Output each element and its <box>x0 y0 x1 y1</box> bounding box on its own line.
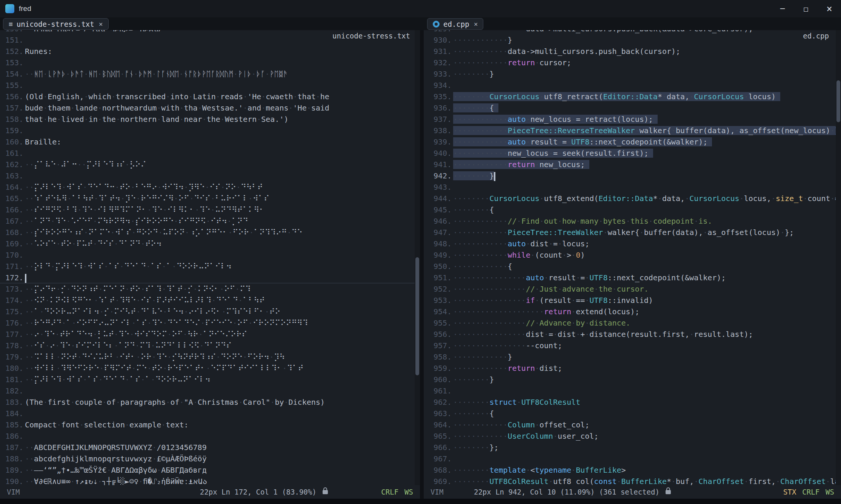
code-line[interactable]: 165.··⠱⠁⠞⠑⠧⠻·⠁⠃⠳⠞·⠹⠁⠞⠲·⡹⠑·⠗⠑⠛⠊⠌⠻·⠕⠋·⠙⠊⠎·… <box>0 193 420 204</box>
code-line[interactable]: 169.··⠡⠕⠎⠑·⠞⠕·⠏⠥⠞·⠙⠊⠎·⠙⠁⠝⠙·⠞⠕⠲ <box>0 238 420 249</box>
code-line[interactable]: 940.············new_locus·=·seek(result.… <box>424 148 841 159</box>
code-line[interactable]: 942.········} <box>424 170 841 181</box>
code-line[interactable]: 950.············{ <box>424 261 841 272</box>
code-line[interactable]: 939.············auto·result·=·UTF8::next… <box>424 136 841 148</box>
code-line[interactable]: 158.that·he·lived·in·the·northern·land·n… <box>0 114 420 125</box>
code-line[interactable]: 956.················dist·=·dist·+·distan… <box>424 329 841 340</box>
code-line[interactable]: 933.········} <box>424 68 841 80</box>
code-line[interactable]: 174.··⠪⠝·⠅⠝⠪⠇⠫⠛⠑⠂·⠱⠁⠞·⠹⠻⠑·⠊⠎·⠏⠜⠞⠊⠊⠥⠇⠜⠇⠹·… <box>0 295 420 306</box>
eol-indicator[interactable]: CRLF <box>381 488 398 496</box>
code-line[interactable]: 187.··ABCDEFGHIJKLMNOPQRSTUVWXYZ·/012345… <box>0 442 420 453</box>
code-line[interactable]: 161. <box>0 148 420 159</box>
code-line[interactable]: 160.Braille: <box>0 136 420 148</box>
code-line[interactable]: 954.····················return·extend(lo… <box>424 306 841 317</box>
code-line[interactable]: 153. <box>0 57 420 68</box>
code-line[interactable]: 152.Runes: <box>0 46 420 57</box>
code-line[interactable]: 172. <box>0 272 420 283</box>
code-line[interactable]: 170. <box>0 249 420 261</box>
tab-unicode-stress-txt[interactable]: ≡ unicode-stress.txt × <box>3 18 109 30</box>
eol-indicator[interactable]: CRLF <box>802 488 819 496</box>
code-line[interactable]: 948.············auto·dist·=·locus; <box>424 238 841 249</box>
code-line[interactable]: 190.··∀∂∈ℝ∧∪≡∞·↑↗↨↻⇣·┐┼╔╘░►☺♀·ﬁ�⑀₂ἠḂӥẄɐː… <box>0 476 420 485</box>
right-scrollbar[interactable] <box>836 30 841 485</box>
code-line[interactable]: 181.··⡍⠜⠇⠑⠹·⠺⠁⠎·⠁⠎·⠙⠑⠁⠙·⠁⠎·⠁·⠙⠕⠕⠗⠤⠝⠁⠊⠇⠲ <box>0 374 420 385</box>
code-line[interactable]: 167.··⠁⠝⠙·⠹⠑·⠡⠊⠑⠋·⠍⠳⠗⠝⠻⠲·⡎⠊⠗⠕⠕⠛⠑·⠎⠊⠛⠝⠫·⠊… <box>0 215 420 227</box>
code-line[interactable]: 937.············auto·new_locus·=·retract… <box>424 114 841 125</box>
right-editor-pane[interactable]: 929.················data->multi_cursors.… <box>424 30 841 485</box>
code-line[interactable]: 957.················--count; <box>424 340 841 351</box>
code-line[interactable]: 963.········{ <box>424 408 841 419</box>
code-line[interactable]: 967. <box>424 453 841 464</box>
code-line[interactable]: 962.········struct·UTF8ColResult <box>424 396 841 408</box>
code-line[interactable]: 188.··abcdefghijklmnopqrstuvwxyz·£©µÀÆÖÞ… <box>0 453 420 464</box>
whitespace-indicator[interactable]: WS <box>404 488 413 496</box>
lock-icon[interactable] <box>666 490 671 494</box>
tab-ed-cpp[interactable]: ed.cpp × <box>427 18 483 30</box>
code-line[interactable]: 958.············} <box>424 351 841 363</box>
code-line[interactable]: 964.············Column·offset_col; <box>424 419 841 430</box>
code-line[interactable]: 946.············//·Find·out·how·many·byt… <box>424 215 841 227</box>
code-line[interactable]: 185.Compact·font·selection·example·text: <box>0 419 420 430</box>
code-line[interactable]: 941.············return·new_locus; <box>424 159 841 170</box>
code-line[interactable]: 960.········} <box>424 374 841 385</box>
code-line[interactable]: 156.(Old·English,·which·transcribed·into… <box>0 91 420 102</box>
code-line[interactable]: 953.················if·(result·==·UTF8::… <box>424 295 841 306</box>
code-line[interactable]: 168.··⡎⠊⠗⠕⠕⠛⠑⠰⠎·⠝⠁⠍⠑·⠺⠁⠎·⠛⠕⠕⠙·⠥⠏⠕⠝·⠰⡡⠁⠝⠛… <box>0 227 420 238</box>
code-line[interactable]: 163. <box>0 170 420 181</box>
code-line[interactable]: 157.bude·thaem·lande·northweardum·with·t… <box>0 102 420 114</box>
tab-close-icon[interactable]: × <box>99 20 103 28</box>
code-line[interactable]: 947.············PieceTree::TreeWalker·wa… <box>424 227 841 238</box>
code-line[interactable]: 935.········CursorLocus·utf8_retract(Edi… <box>424 91 841 102</box>
code-line[interactable]: 171.··⡕⠇⠙·⡍⠜⠇⠑⠹·⠺⠁⠎·⠁⠎·⠙⠑⠁⠙·⠁⠎·⠁·⠙⠕⠕⠗⠤⠝⠁… <box>0 261 420 272</box>
code-line[interactable]: 183.(The·first·couple·of·paragraphs·of·"… <box>0 396 420 408</box>
code-line[interactable]: 180.··⠺⠊⠇⠇·⠹⠻⠑⠋⠕⠗⠑·⠏⠻⠍⠊⠞·⠍⠑·⠞⠕·⠗⠑⠏⠑⠁⠞⠂·⠑… <box>0 363 420 374</box>
code-line[interactable]: 173.··⡍⠔⠙⠖·⡊·⠙⠕⠝⠰⠞·⠍⠑⠁⠝·⠞⠕·⠎⠁⠹·⠹⠁⠞·⡊·⠅⠝⠪… <box>0 283 420 295</box>
code-line[interactable]: 154.··ᚻᛖ·ᚳᚹᚫᚦ·ᚦᚫᛏ·ᚻᛖ·ᛒᚢᛞᛖ·ᚩᚾ·ᚦᚫᛗ·ᛚᚪᚾᛞᛖ·ᚾ… <box>0 68 420 80</box>
code-line[interactable]: 943. <box>424 181 841 193</box>
code-line[interactable]: 184. <box>0 408 420 419</box>
left-editor-pane[interactable]: 150.··እግዜር·የከፈተውን·ጉሮሮ·ሳይዘጋው·አይድርም።151.15… <box>0 30 420 485</box>
code-line[interactable]: 951.················auto·result·=·UTF8::… <box>424 272 841 283</box>
code-line[interactable]: 186. <box>0 430 420 442</box>
code-line[interactable]: 952.················//·Just·advance·the·… <box>424 283 841 295</box>
tab-close-icon[interactable]: × <box>474 20 478 28</box>
left-scrollbar-thumb[interactable] <box>415 257 419 375</box>
code-line[interactable]: 931.············data->multi_cursors.push… <box>424 46 841 57</box>
code-line[interactable]: 968.········template·<typename·BufferLik… <box>424 464 841 476</box>
code-line[interactable]: 966.········}; <box>424 442 841 453</box>
code-line[interactable]: 945.········{ <box>424 204 841 215</box>
code-line[interactable]: 155. <box>0 80 420 91</box>
lock-icon[interactable] <box>323 490 328 494</box>
close-button[interactable]: × <box>818 0 841 17</box>
code-line[interactable]: 955.················//·Advance·by·distan… <box>424 317 841 329</box>
code-line[interactable]: 934. <box>424 80 841 91</box>
encoding-indicator[interactable]: STX <box>783 488 796 496</box>
code-line[interactable]: 930.············} <box>424 34 841 46</box>
whitespace-indicator[interactable]: WS <box>826 488 834 496</box>
code-line[interactable]: 944.········CursorLocus·utf8_extend(Edit… <box>424 193 841 204</box>
code-line[interactable]: 189.··–—‘“”„†•…‰™œŠŸž€·ΑΒΓΔΩαβγδω·АБВГДа… <box>0 464 420 476</box>
code-line[interactable]: 162.··⡌⠁⠧⠑·⠼⠁⠒··⡍⠜⠇⠑⠹⠰⠎·⡣⠕⠌ <box>0 159 420 170</box>
left-scrollbar[interactable] <box>415 30 420 485</box>
right-scrollbar-thumb[interactable] <box>836 80 840 122</box>
pane-divider[interactable] <box>420 30 424 485</box>
code-line[interactable]: 178.··⠊⠎·⠔·⠹⠑·⠎⠊⠍⠊⠇⠑⠆·⠁⠝⠙·⠍⠹·⠥⠝⠙⠁⠇⠇⠪⠫·⠙⠁… <box>0 340 420 351</box>
code-line[interactable]: 938.············PieceTree::ReverseTreeWa… <box>424 125 841 136</box>
code-line[interactable]: 961. <box>424 385 841 396</box>
code-line[interactable]: 179.··⠩⠁⠇⠇·⠝⠕⠞·⠙⠊⠌⠥⠗⠃·⠊⠞⠂·⠕⠗·⠹⠑·⡊⠳⠝⠞⠗⠹⠰⠎… <box>0 351 420 363</box>
code-line[interactable]: 969.········UTF8ColResult·utf8_col(const… <box>424 476 841 485</box>
code-line[interactable]: 182. <box>0 385 420 396</box>
code-line[interactable]: 176.··⠗⠑⠛⠜⠙·⠁·⠊⠕⠋⠋⠔⠤⠝⠁⠊⠇·⠁⠎·⠹⠑·⠙⠑⠁⠙⠑⠌·⠏⠊… <box>0 317 420 329</box>
code-line[interactable]: 959.············return·dist; <box>424 363 841 374</box>
code-line[interactable]: 949.············while·(count·>·0) <box>424 249 841 261</box>
code-line[interactable]: 164.··⡍⠜⠇⠑⠹·⠺⠁⠎·⠙⠑⠁⠙⠒·⠞⠕·⠃⠑⠛⠔·⠺⠊⠹⠲·⡹⠻⠑·⠊… <box>0 181 420 193</box>
code-line[interactable]: 175.··⠁·⠙⠕⠕⠗⠤⠝⠁⠊⠇⠲·⡊·⠍⠊⠣⠞·⠙⠁⠧⠑·⠃⠑⠲·⠔⠊⠇⠔⠫… <box>0 306 420 317</box>
minimize-button[interactable]: ─ <box>771 0 794 17</box>
code-line[interactable]: 177.··⠔·⠹⠑·⠞⠗⠁⠙⠑⠲·⡃⠥⠞·⠹⠑·⠺⠊⠎⠙⠕⠍·⠕⠋·⠳⠗·⠁⠝… <box>0 329 420 340</box>
code-line[interactable]: 965.············UserColumn·user_col; <box>424 430 841 442</box>
code-line[interactable]: 932.············return·cursor; <box>424 57 841 68</box>
code-line[interactable]: 166.··⠎⠊⠛⠝⠫·⠃⠹·⠹⠑·⠊⠇⠻⠛⠹⠍⠁⠝⠂·⠹⠑·⠊⠇⠻⠅⠂·⠹⠑·… <box>0 204 420 215</box>
code-line[interactable]: 929.················data->multi_cursors.… <box>424 30 841 34</box>
code-line[interactable]: 936.········{ <box>424 102 841 114</box>
code-line[interactable]: 159. <box>0 125 420 136</box>
